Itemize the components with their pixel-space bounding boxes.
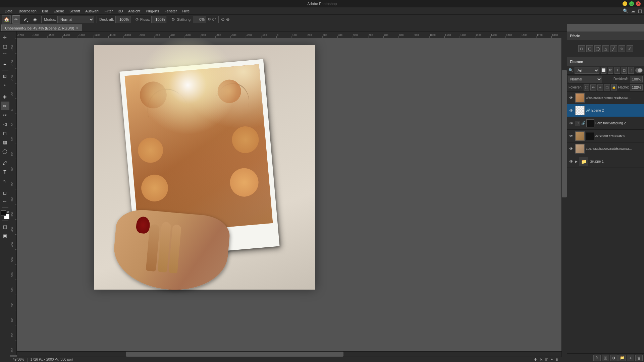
blend-mode-select[interactable]: Normal <box>569 76 602 82</box>
lasso-tool[interactable]: ⌒ <box>1 51 9 60</box>
panel-collapse-icon[interactable]: ◫ <box>638 8 642 13</box>
search-panel-icon[interactable]: 🔍 <box>623 8 628 13</box>
layer-item-3[interactable]: 👁 ☽ 🔗 Farb ton/Sättigung 2 <box>567 117 644 130</box>
scrollbar-v[interactable] <box>561 38 567 357</box>
opacity-input[interactable] <box>630 76 643 82</box>
layer-5-thumb <box>575 144 585 154</box>
glattung-input[interactable] <box>193 16 206 23</box>
filter-text-btn[interactable]: T <box>614 67 620 74</box>
sync-icon[interactable]: ☁ <box>631 8 635 13</box>
magic-wand-tool[interactable]: ✦ <box>1 60 9 69</box>
pen-tool[interactable]: 🖊 <box>1 159 9 167</box>
lock-position-btn[interactable]: ✛ <box>597 84 603 90</box>
history-brush-tool[interactable]: ◁ <box>1 120 9 128</box>
layer-mask-btn[interactable]: ◫ <box>602 355 609 361</box>
airbrush-icon[interactable]: ⊙ <box>221 17 225 22</box>
lock-artboard-btn[interactable]: ◫ <box>604 84 610 90</box>
menu-schrift[interactable]: Schrift <box>67 8 83 14</box>
fill-input[interactable] <box>630 84 643 90</box>
menu-filter[interactable]: Filter <box>102 8 115 14</box>
gradient-tool[interactable]: ▦ <box>1 138 9 146</box>
lock-transparent-btn[interactable]: ⬚ <box>584 84 590 90</box>
minimize-btn[interactable]: – <box>623 1 627 6</box>
path-rect-btn[interactable]: ◻ <box>578 45 585 52</box>
path-rounded-btn[interactable]: ▢ <box>586 45 593 52</box>
menu-datei[interactable]: Datei <box>2 8 16 14</box>
marquee-tool[interactable]: ⬚ <box>1 42 9 51</box>
tab-close-btn[interactable]: × <box>76 26 78 31</box>
crop-tool[interactable]: ⊡ <box>1 72 9 80</box>
layer-item-group[interactable]: 👁 ▶ 📁 Gruppe 1 <box>567 155 644 168</box>
document-canvas[interactable] <box>17 38 561 350</box>
menu-fenster[interactable]: Fenster <box>162 8 179 14</box>
document-tab[interactable]: Unbenannt-2 bei 49,4% (Ebene 2, RGB/8) × <box>1 24 82 31</box>
color-swatches[interactable]: ⇄ <box>1 210 9 219</box>
layers-list[interactable]: 👁 3fc992adc9a79a0857e1d5a245361ec1 👁 🔗 E… <box>567 92 644 353</box>
menu-bearbeiten[interactable]: Bearbeiten <box>16 8 39 14</box>
path-ellipse-btn[interactable]: ◯ <box>594 45 601 52</box>
close-btn[interactable]: ✕ <box>636 1 641 6</box>
layer-group-vis[interactable]: 👁 <box>569 159 574 164</box>
menu-3d[interactable]: 3D <box>115 8 125 14</box>
path-triangle-btn[interactable]: △ <box>602 45 609 52</box>
filter-type-select[interactable]: Art <box>575 67 599 74</box>
layer-item-2[interactable]: 👁 🔗 Ebene 2 <box>567 104 644 117</box>
filter-fx-btn[interactable]: fx <box>608 67 613 74</box>
brush-tool[interactable]: ✏ <box>1 102 9 110</box>
lock-pixels-btn[interactable]: ✏ <box>590 84 596 90</box>
layer-group-btn[interactable]: 📁 <box>619 355 626 361</box>
layer-fx-btn[interactable]: fx <box>593 355 601 361</box>
layer-4-vis[interactable]: 👁 <box>569 133 574 139</box>
filter-shape-btn[interactable]: ◻ <box>622 67 627 74</box>
layer-item-5[interactable]: 👁 10578a30b30092a4abf5b03a539ecd0b Kopie <box>567 142 644 155</box>
brush-icon-2[interactable]: 🖌 ▼ <box>21 15 30 23</box>
paths-panel-header[interactable]: Pfade <box>567 32 644 40</box>
path-line-btn[interactable]: ╱ <box>610 45 617 52</box>
menu-auswahl[interactable]: Auswahl <box>83 8 102 14</box>
deckraft-input[interactable] <box>115 16 130 23</box>
clone-stamp-tool[interactable]: ✂ <box>1 111 9 119</box>
shape-tool[interactable]: ◻ <box>1 188 9 197</box>
layer-3-vis[interactable]: 👁 <box>569 121 574 126</box>
layer-add-btn[interactable]: + <box>627 355 634 361</box>
layer-delete-btn[interactable]: 🗑 <box>635 355 643 361</box>
path-pen-btn[interactable]: 🖊 <box>627 45 633 52</box>
layers-panel-header[interactable]: Ebenen <box>567 57 644 66</box>
menu-ansicht[interactable]: Ansicht <box>125 8 143 14</box>
layer-2-vis[interactable]: 👁 <box>569 108 574 113</box>
move-tool[interactable]: ✛ <box>1 33 9 42</box>
layer-5-vis[interactable]: 👁 <box>569 146 574 152</box>
lock-all-btn[interactable]: 🔒 <box>611 84 617 90</box>
home-button[interactable]: 🏠 <box>2 15 11 23</box>
filter-toggle[interactable] <box>635 68 643 73</box>
layer-item-4[interactable]: 👁 c78c03d177a5c7ab55...7c3r3c02734..Kopi… <box>567 130 644 142</box>
group-arrow[interactable]: ▶ <box>575 160 578 163</box>
path-custom-btn[interactable]: ☆ <box>619 45 625 52</box>
layer-adj-btn[interactable]: ◑ <box>610 355 618 361</box>
layer-item-1[interactable]: 👁 3fc992adc9a79a0857e1d5a245361ec1 <box>567 92 644 104</box>
quick-mask-btn[interactable]: ◫ <box>1 222 9 231</box>
healing-tool[interactable]: ✚ <box>1 93 9 101</box>
more-tools-btn[interactable]: ••• <box>1 197 9 206</box>
symmetry-icon[interactable]: ⊕ <box>226 17 230 22</box>
hardness-btn[interactable]: ◉ <box>31 15 39 23</box>
menu-bild[interactable]: Bild <box>39 8 51 14</box>
menu-ebene[interactable]: Ebene <box>51 8 67 14</box>
modus-select[interactable]: Normal <box>57 16 94 23</box>
maximize-btn[interactable]: □ <box>629 1 634 6</box>
filter-pixel-btn[interactable]: ⬜ <box>601 67 606 74</box>
scrollbar-h[interactable] <box>17 351 561 357</box>
dodge-tool[interactable]: ◯ <box>1 147 9 156</box>
screen-mode-btn[interactable]: ▣ <box>1 231 9 240</box>
menu-hilfe[interactable]: Hilfe <box>179 8 192 14</box>
filter-adj-btn[interactable]: ☽ <box>628 67 634 74</box>
fluss-input[interactable] <box>151 16 166 23</box>
eyedropper-tool[interactable]: ⁍ <box>1 81 9 89</box>
eraser-tool[interactable]: ◻ <box>1 129 9 137</box>
text-tool[interactable]: T <box>1 168 9 176</box>
menu-plugins[interactable]: Plug-ins <box>143 8 162 14</box>
glattung-options-icon[interactable]: ⚙ <box>208 17 211 21</box>
brush-icon-1[interactable]: ✏ <box>12 15 20 23</box>
layer-1-vis[interactable]: 👁 <box>569 95 574 101</box>
path-select-tool[interactable]: ↖ <box>1 177 9 185</box>
